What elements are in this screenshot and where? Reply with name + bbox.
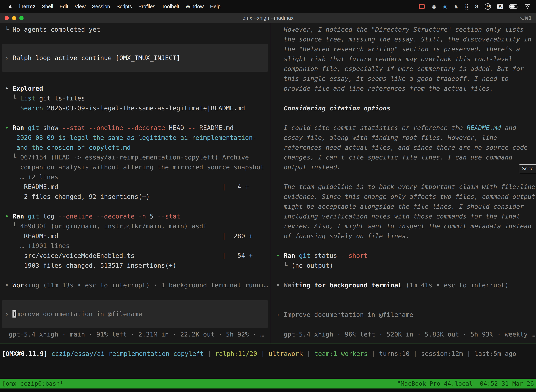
menu-item-scripts[interactable]: Scripts (116, 4, 132, 9)
apple-menu[interactable] (8, 4, 13, 9)
command-input-right[interactable]: › Improve documentation in @filename (276, 310, 536, 320)
text-segment: log (39, 213, 58, 220)
text-segment: Wai (284, 281, 295, 289)
explored-search: Search 2026-03-09-is-legal-the-same-as-l… (5, 103, 271, 113)
terminal-line: … +2 lines (5, 172, 271, 182)
text-segment: ultrawork (268, 350, 303, 357)
text-segment: Ran (284, 252, 295, 259)
text-segment: Improve documentation in @filename (284, 311, 413, 318)
text-segment (295, 252, 299, 259)
menu-item-profiles[interactable]: Profiles (139, 4, 155, 9)
text-segment: src/voice/voiceModeEnabled.ts | 54 + (5, 252, 253, 259)
window-grid-icon[interactable]: ▦ (431, 4, 436, 10)
text-segment: companion analysis without altering the … (5, 163, 264, 171)
terminal-line: slight risk that future readers may over… (276, 54, 536, 64)
text-segment: Explored (13, 85, 43, 92)
menu-item-iterm2[interactable]: iTerm2 (19, 4, 36, 9)
menu-item-toolbelt[interactable]: Toolbelt (162, 4, 179, 9)
text-segment: • (5, 124, 13, 131)
app-grid-icon[interactable]: ⣿ (465, 4, 469, 10)
wifi-icon[interactable] (524, 4, 531, 9)
gauge-icon[interactable]: .61 (485, 3, 491, 10)
menu-item-edit[interactable]: Edit (59, 4, 68, 9)
text-segment: └ (5, 95, 20, 102)
terminal-line: … +1901 lines (5, 241, 271, 251)
terminal-line: the "Related research writing" section i… (276, 44, 536, 54)
input-source-icon[interactable]: A (497, 4, 503, 9)
terminal-line: 2 files changed, 92 insertions(+) (5, 192, 271, 202)
menu-item-window[interactable]: Window (186, 4, 204, 9)
terminal-line: might be acceptable alongside the file l… (276, 202, 536, 211)
text-segment: git (28, 124, 39, 131)
text-segment: gpt-5.4 xhigh · main · 91% left · 2.31M … (5, 331, 264, 338)
text-segment: | (204, 350, 215, 357)
terminal-gap (276, 320, 536, 330)
text-segment: └ (276, 262, 291, 269)
terminal-line: 2026-03-09-is-legal-the-same-as-legitima… (5, 133, 271, 143)
menu-item-view[interactable]: View (75, 4, 86, 9)
text-segment: companion file, especially if more comme… (276, 65, 524, 72)
text-segment: show (39, 124, 62, 131)
text-segment: slight risk that future readers may over… (276, 55, 512, 62)
blue-app-icon[interactable]: ◉ (443, 4, 447, 10)
text-segment: evidence. Since this change only affects… (276, 193, 535, 200)
text-segment: README.md | 280 + (5, 232, 253, 240)
text-segment: output instead. (276, 163, 341, 171)
figure-eight-icon[interactable]: 8 (475, 4, 478, 10)
text-segment: › (276, 311, 284, 318)
text-segment: git (299, 252, 310, 259)
text-segment: including verification notes with those … (276, 213, 520, 220)
right-terminal-pane[interactable]: However, I noticed the "Directory Struct… (271, 23, 536, 344)
menu-item-shell[interactable]: Shell (42, 4, 53, 9)
text-segment: [OMX#0.11.9] (2, 350, 51, 357)
dark-app-icon[interactable]: ♞ (454, 4, 459, 10)
text-segment: mprove documentation in @filename (16, 310, 142, 317)
terminal-line: provide file and line references from th… (276, 84, 536, 93)
text-segment: … +2 lines (5, 173, 58, 181)
screen-recording-icon[interactable] (419, 4, 425, 9)
left-terminal-pane[interactable]: └ No agents completed yet› Ralph loop ac… (0, 23, 271, 344)
terminal-gap (276, 241, 536, 251)
command-input[interactable]: › Improve documentation in @filename (2, 300, 268, 328)
zoom-button[interactable] (19, 16, 24, 20)
menu-item-help[interactable]: Help (210, 4, 220, 9)
menu-item-session[interactable]: Session (92, 4, 110, 9)
close-button[interactable] (5, 16, 9, 20)
window-title: omx --xhigh --madmax (0, 15, 536, 21)
text-segment: HEAD (165, 124, 188, 131)
terminal-line: references need actual files, and since … (276, 143, 536, 152)
text-segment: › (5, 310, 13, 317)
terminal-line: companion analysis without altering the … (5, 162, 271, 172)
minimize-button[interactable] (12, 16, 16, 20)
text-segment: --stat (157, 213, 180, 220)
terminal-gap (5, 34, 271, 44)
terminal-line: └ (no output) (276, 261, 536, 271)
text-segment: the "Related research writing" section i… (276, 46, 520, 53)
terminal-line: However, I noticed the "Directory Struct… (276, 25, 536, 34)
screen-notification-popup: Scre (519, 164, 536, 173)
terminal-line: The team guideline is to back every impo… (276, 182, 536, 192)
text-segment: and-the-erosion-of-copyleft.md (5, 144, 131, 151)
ran-git-log: • Ran git log --oneline --decorate -n 5 … (5, 211, 271, 221)
terminal-line: essay file, along with finding root file… (276, 133, 536, 143)
ran-git-show: • Ran git show --stat --oneline --decora… (5, 123, 271, 133)
tmux-session-info: [omx-cczip0:bash* (2, 379, 63, 388)
terminal-gap (276, 113, 536, 123)
text-segment: ting for background terminal (295, 281, 402, 289)
text-segment: | (410, 350, 421, 357)
tmux-host-time: "MacBook-Pro-44.local" 04:52 31-Mar-26 (397, 379, 534, 388)
battery-icon[interactable] (509, 5, 517, 9)
text-segment: changes, I can't cite specific file line… (276, 154, 512, 161)
terminal-gap (276, 271, 536, 280)
window-title-bar: omx --xhigh --madmax ⌥⌘1 (0, 13, 536, 23)
terminal-line: └ 4b9d30f (origin/main, instructkr/main,… (5, 221, 271, 231)
screen: iTerm2ShellEditViewSessionScriptsProfile… (0, 0, 536, 392)
text-segment: review. Also, I might want to inspect th… (276, 223, 531, 230)
text-segment: | (368, 350, 379, 357)
text-segment: • (276, 281, 284, 289)
text-segment: 2026-03-09-is-legal-the-same-as-legitima… (5, 134, 256, 141)
text-segment: └ (5, 26, 13, 33)
text-segment: references need actual files, and since … (276, 144, 527, 151)
terminal-line: including verification notes with those … (276, 211, 536, 221)
text-segment: provide file and line references from th… (276, 85, 493, 92)
